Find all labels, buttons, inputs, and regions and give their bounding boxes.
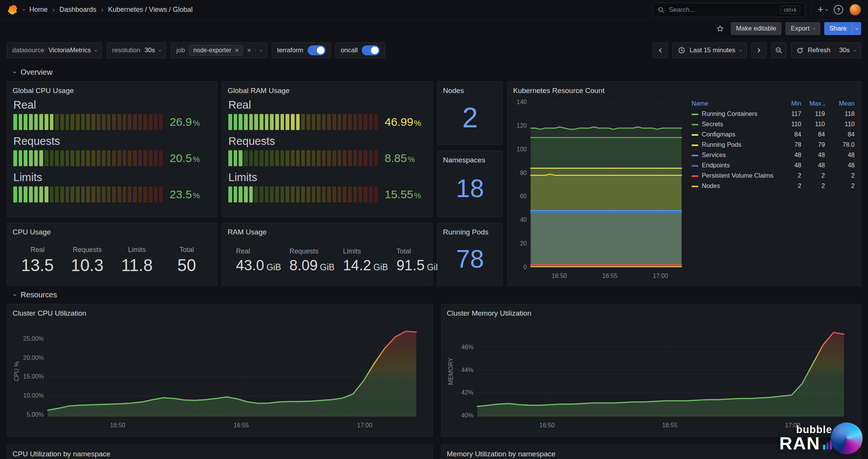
gauge-cell: [353, 114, 357, 130]
gauge-cell: [45, 150, 48, 166]
legend-row[interactable]: Running Pods 787978.0: [692, 140, 855, 150]
resolution-picker[interactable]: resolution 30s: [107, 42, 166, 58]
k8s-resource-count-chart[interactable]: 02040608010012014016:5016:5517:00: [513, 97, 685, 282]
gauge-cell: [112, 150, 116, 166]
section-resources[interactable]: Resources: [7, 286, 861, 304]
close-icon[interactable]: ×: [235, 47, 239, 54]
breadcrumb-home[interactable]: Home: [29, 6, 48, 14]
gauge-cell: [55, 114, 59, 130]
gauge-cell: [60, 114, 64, 130]
terraform-toggle[interactable]: [308, 45, 326, 55]
legend-row[interactable]: Services 484848: [692, 150, 855, 160]
gauge-cell: [281, 186, 284, 202]
share-button[interactable]: Share: [824, 22, 861, 35]
gauge-cell: [128, 114, 132, 130]
job-filter[interactable]: job node-exporter × ×: [171, 42, 267, 58]
panel-title[interactable]: Kubernetes Resource Count: [513, 87, 605, 95]
legend-column-mean[interactable]: Mean: [825, 100, 855, 107]
gauge-list: Real 26.9% Requests 20.5% Limits 23.5%: [13, 97, 212, 207]
legend-row[interactable]: Persistent Volume Claims 222: [692, 170, 855, 181]
cluster-cpu-chart[interactable]: 5.00%10.00%15.00%20.00%25.00%16:5016:551…: [13, 319, 427, 433]
new-button[interactable]: +: [818, 5, 828, 14]
gauge-cell: [332, 150, 336, 166]
gauge-cell: [317, 150, 321, 166]
legend-row[interactable]: Endpoints 484848: [692, 160, 855, 170]
gauge-cell: [154, 186, 158, 202]
org-switcher-chevron-icon[interactable]: [22, 8, 25, 11]
search-field[interactable]: [668, 6, 777, 14]
stat-label: Requests: [63, 246, 112, 254]
gauge-cell: [159, 114, 163, 130]
plus-icon: +: [818, 4, 823, 14]
gauge-cell: [327, 150, 331, 166]
panel-title[interactable]: Global RAM Usage: [228, 87, 290, 95]
zoom-out-button[interactable]: [771, 42, 786, 58]
gauge-cell: [234, 186, 237, 202]
gauge-cell: [270, 150, 274, 166]
legend-row[interactable]: Secrets 110110110: [692, 119, 855, 129]
time-shift-back-button[interactable]: [653, 42, 668, 58]
legend-column-max[interactable]: Max: [801, 100, 825, 107]
refresh-interval-value[interactable]: 30s: [839, 47, 850, 54]
panel-title[interactable]: Global CPU Usage: [13, 87, 74, 95]
series-color-dash: [692, 175, 698, 177]
refresh-icon: [796, 47, 804, 54]
refresh-label[interactable]: Refresh: [808, 47, 831, 54]
legend-column-name[interactable]: Name: [692, 100, 778, 107]
breadcrumb: Home › Dashboards › Kubernetes / Views /…: [29, 5, 193, 14]
gauge-cell: [249, 150, 253, 166]
refresh-picker[interactable]: Refresh 30s: [791, 42, 861, 58]
section-overview[interactable]: Overview: [7, 63, 861, 81]
panel-ram-usage: RAM Usage Real 43.0GiB Requests 8.09GiB …: [222, 223, 433, 286]
cluster-memory-chart[interactable]: 40%42%44%46%16:5016:5517:00MEMORY: [447, 319, 855, 433]
gauge-cell: [296, 186, 300, 202]
stat-value: 10.3: [63, 256, 112, 275]
make-editable-button[interactable]: Make editable: [731, 22, 782, 35]
panel-title[interactable]: CPU Utilization by namespace: [13, 450, 111, 458]
gauge-cell: [138, 186, 142, 202]
star-button[interactable]: [713, 22, 727, 35]
nodes-stat-value: 2: [443, 94, 497, 141]
avatar[interactable]: [849, 4, 861, 16]
gauge-cell: [154, 150, 158, 166]
toggle-knob: [371, 47, 379, 54]
share-menu-button[interactable]: [852, 22, 861, 35]
oncall-toggle[interactable]: [362, 45, 380, 55]
gauge-cell: [281, 114, 284, 130]
gauge-requests: Requests 8.85%: [228, 135, 426, 166]
clear-job-icon[interactable]: ×: [247, 47, 251, 54]
legend-row[interactable]: Nodes 222: [692, 181, 855, 191]
panel-title[interactable]: Memory Utilization by namespace: [447, 450, 555, 458]
time-shift-forward-button[interactable]: [751, 42, 767, 58]
stat-requests: Requests 10.3: [63, 246, 112, 275]
search-input[interactable]: ctrl+k: [653, 3, 805, 17]
help-button[interactable]: ?: [834, 5, 843, 14]
legend-row[interactable]: Running Containers 117119118: [692, 109, 855, 119]
datasource-picker[interactable]: datasource VictoriaMetrics: [7, 42, 102, 58]
panel-title[interactable]: Cluster CPU Utilization: [13, 309, 86, 318]
gauge-cell: [86, 150, 90, 166]
svg-text:44%: 44%: [461, 367, 473, 373]
gauge-cell: [143, 186, 147, 202]
chevron-right-icon: ›: [101, 5, 104, 14]
legend-row[interactable]: Configmaps 848484: [692, 129, 855, 140]
gauge-cell: [107, 150, 111, 166]
gauge-cell: [358, 186, 362, 202]
panel-title[interactable]: Cluster Memory Utilization: [447, 309, 531, 318]
share-label[interactable]: Share: [824, 22, 852, 35]
breadcrumb-dashboards[interactable]: Dashboards: [59, 6, 96, 14]
panel-title[interactable]: RAM Usage: [228, 228, 266, 236]
clock-icon: [678, 47, 685, 54]
panel-title[interactable]: CPU Usage: [13, 228, 51, 236]
legend-column-min[interactable]: Min: [778, 100, 801, 107]
grafana-logo-icon[interactable]: [7, 4, 18, 16]
gauge-cell: [34, 114, 38, 130]
time-range-picker[interactable]: Last 15 minutes: [672, 42, 747, 58]
gauge-cell: [343, 114, 347, 130]
export-button[interactable]: Export: [785, 22, 820, 35]
job-value-chip[interactable]: node-exporter ×: [189, 45, 243, 56]
stat-value: 50: [162, 256, 212, 275]
gauge-cell: [332, 114, 336, 130]
gauge-label: Real: [228, 99, 426, 111]
gauge-cell: [149, 186, 152, 202]
